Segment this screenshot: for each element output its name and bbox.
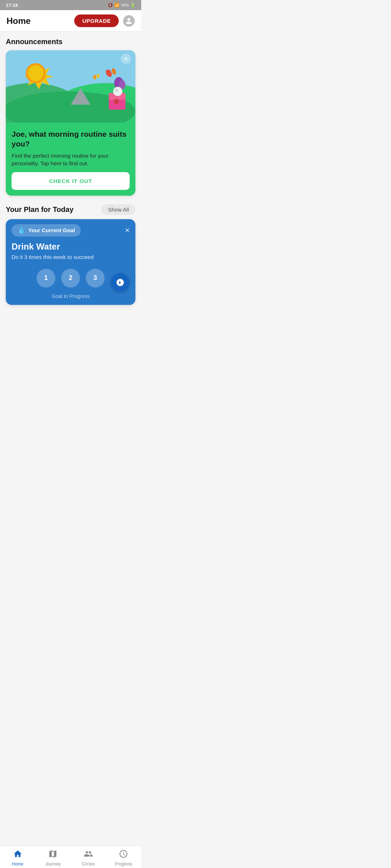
close-announcement-button[interactable]: × [121, 54, 131, 64]
announcements-title: Announcements [6, 38, 135, 46]
goal-label-text: Your Current Goal [28, 227, 75, 233]
status-bar: 17:19 🔇 📶 34% 🔋 [0, 0, 141, 10]
announcement-body: Joe, what morning routine suits you? Fin… [6, 123, 135, 196]
water-drop-icon: 💧 [17, 226, 25, 234]
svg-point-19 [115, 89, 118, 92]
show-all-button[interactable]: Show All [101, 204, 135, 215]
upgrade-button[interactable]: UPGRADE [74, 14, 119, 27]
header-actions: UPGRADE [74, 14, 135, 27]
battery-icon: 🔋 [130, 3, 135, 8]
svg-point-17 [114, 99, 119, 104]
goal-card: 💧 Your Current Goal × Drink Water Do it … [6, 219, 135, 305]
goal-progress-text: Goal In Progress [6, 292, 135, 299]
avatar[interactable] [123, 15, 135, 27]
announcement-heading: Joe, what morning routine suits you? [12, 129, 130, 149]
battery-text: 34% [121, 3, 129, 7]
status-time: 17:19 [6, 3, 18, 8]
announcement-card: × Joe, what morning routine suits you? F… [6, 50, 135, 196]
goal-circle-3: 3 [86, 269, 105, 288]
announcement-subtext: Find the perfect morning routine for you… [12, 152, 130, 167]
check-it-out-button[interactable]: CHECK IT OUT [12, 172, 130, 190]
mute-icon: 🔇 [108, 3, 113, 8]
goal-circle-1: 1 [37, 269, 55, 288]
goal-circles-container: 1 2 3 [6, 266, 135, 292]
status-icons: 🔇 📶 34% 🔋 [108, 3, 135, 8]
goal-card-header: 💧 Your Current Goal × [6, 219, 135, 240]
goal-circle-2: 2 [61, 269, 80, 288]
plan-title: Your Plan for Today [6, 205, 73, 214]
goal-label-pill: 💧 Your Current Goal [12, 224, 81, 237]
app-header: Home UPGRADE [0, 10, 141, 32]
plan-section-header: Your Plan for Today Show All [6, 204, 135, 215]
goal-title: Drink Water [6, 240, 135, 253]
goal-subtitle: Do it 3 times this week to succeed [6, 253, 135, 266]
page-title: Home [7, 16, 31, 26]
rocket-button[interactable] [111, 273, 130, 292]
wifi-icon: 📶 [114, 3, 119, 8]
svg-point-6 [28, 65, 44, 81]
main-content: Announcements [0, 32, 141, 334]
close-goal-button[interactable]: × [125, 226, 130, 235]
announcement-illustration: × [6, 50, 135, 123]
